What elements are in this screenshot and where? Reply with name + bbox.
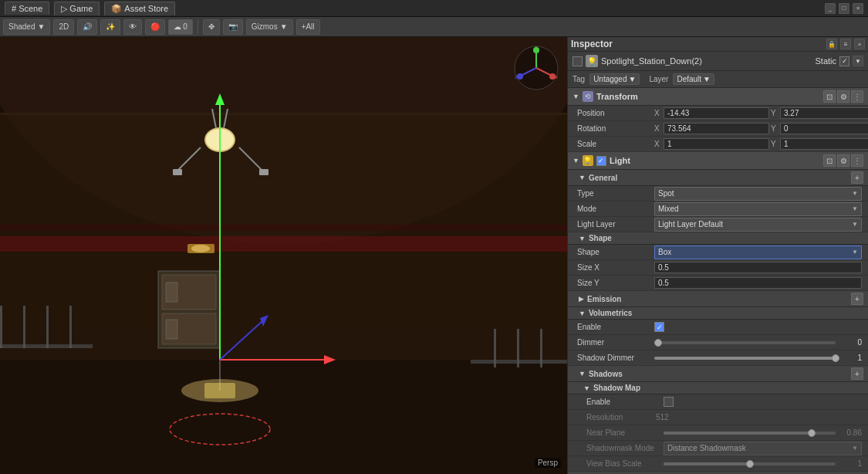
shadow-enable-checkbox[interactable] (664, 397, 674, 407)
scale-row: Scale X Y Z (568, 137, 868, 152)
svg-rect-18 (494, 329, 496, 367)
rot-y-label: Y (771, 124, 778, 133)
shape-dropdown-value: Box (658, 248, 671, 256)
viewport-toolbar: Shaded ▼ 2D 🔊 ✨ 👁 🔴 ☁ 0 ✥ 📷 Gizmos ▼ +Al… (0, 17, 868, 37)
rot-y-input[interactable] (780, 123, 868, 134)
pos-y-input[interactable] (780, 107, 868, 119)
audio-btn[interactable]: 🔊 (77, 19, 97, 35)
all-layers-btn[interactable]: +All (296, 19, 320, 35)
minimize-btn[interactable]: _ (825, 3, 836, 14)
shadows-arrow-icon: ▼ (579, 370, 586, 378)
scene-view-btn[interactable]: 👁 (123, 19, 142, 35)
transform-copy-icon[interactable]: ⊡ (823, 90, 836, 103)
view-bias-container: 1 (664, 459, 862, 468)
game-icon: ▷ (61, 4, 67, 14)
shading-dropdown[interactable]: Shaded ▼ (3, 19, 50, 35)
vol-enable-checkbox[interactable] (654, 322, 664, 332)
light-section-header[interactable]: ▼ 💡 Light ⊡ ⚙ ⋮ (568, 152, 868, 170)
object-header: 💡 Spotlight_Station_Down(2) Static ✓ ▼ (568, 52, 868, 71)
near-plane-slider[interactable] (664, 432, 836, 435)
svg-rect-6 (0, 113, 567, 115)
shadowmask-dropdown[interactable]: Distance Shadowmask ▼ (664, 442, 862, 455)
svg-rect-28 (259, 169, 269, 175)
mode-dropdown[interactable]: Mixed ▼ (654, 202, 862, 216)
light-menu-icon[interactable]: ⋮ (851, 154, 863, 167)
inspector-close-btn[interactable]: × (854, 39, 865, 49)
shadow-dimmer-slider[interactable] (654, 357, 836, 360)
camera-btn[interactable]: 📷 (223, 19, 243, 35)
transform-menu-icon[interactable]: ⋮ (851, 90, 863, 103)
light-layer-dropdown[interactable]: Light Layer Default ▼ (654, 218, 862, 232)
svg-text:X: X (555, 75, 558, 80)
2d-toggle[interactable]: 2D (53, 19, 74, 35)
volumetrics-section-header[interactable]: ▼ Volumetrics (568, 307, 868, 320)
object-active-checkbox[interactable] (572, 56, 583, 66)
tab-asset-store[interactable]: 📦 Asset Store (104, 2, 175, 15)
type-label: Type (577, 189, 654, 198)
object-icon: 💡 (586, 55, 598, 67)
general-section-header[interactable]: ▼ General + (568, 170, 868, 186)
svg-point-49 (517, 73, 523, 80)
rot-x-input[interactable] (664, 123, 769, 134)
vol-enable-row: Enable (568, 320, 868, 335)
tab-scene[interactable]: # Scene (5, 2, 49, 15)
dimmer-slider[interactable] (654, 341, 836, 344)
general-add-icon[interactable]: + (851, 171, 863, 184)
shadows-add-icon[interactable]: + (851, 367, 863, 380)
scale-x-input[interactable] (664, 138, 769, 150)
view-bias-slider[interactable] (664, 462, 836, 466)
size-x-input[interactable] (654, 262, 862, 273)
dimmer-label: Dimmer (577, 338, 654, 347)
transform-section-header[interactable]: ▼ ⟲ Transform ⊡ ⚙ ⋮ (568, 88, 868, 106)
emission-add-icon[interactable]: + (851, 293, 863, 305)
layer-value: Default (677, 75, 701, 83)
inspector-menu-icon[interactable]: ≡ (840, 39, 851, 49)
size-x-value (654, 262, 862, 273)
dimmer-row: Dimmer 0 (568, 335, 868, 350)
static-dropdown-icon[interactable]: ▼ (853, 56, 863, 66)
scale-y-input[interactable] (780, 138, 868, 150)
render-doc-btn[interactable]: 🔴 (145, 19, 165, 35)
mode-dropdown-value: Mixed (658, 205, 679, 213)
inspector-panel: Inspector 🔒 ≡ × 💡 Spotlight_Station_Down… (567, 37, 868, 474)
pos-x-input[interactable] (664, 107, 769, 119)
scale-x-label: X (654, 140, 662, 148)
close-btn[interactable]: × (853, 3, 863, 14)
inspector-title: Inspector (571, 39, 823, 49)
light-enable-checkbox[interactable] (596, 156, 606, 166)
shadows-section-header[interactable]: ▼ Shadows + (568, 366, 868, 382)
object-name[interactable]: Spotlight_Station_Down(2) (601, 56, 812, 66)
scene-gizmo[interactable]: Y X Z (513, 45, 559, 91)
fx-btn[interactable]: ✨ (100, 19, 120, 35)
maximize-btn[interactable]: □ (839, 3, 849, 14)
chevron-down-icon: ▼ (37, 22, 45, 31)
shape-section-header[interactable]: ▼ Shape (568, 232, 868, 245)
position-label: Position (577, 109, 654, 117)
light-settings-icon[interactable]: ⚙ (837, 154, 849, 167)
svg-rect-31 (204, 383, 235, 398)
tab-game[interactable]: ▷ Game (54, 2, 100, 15)
svg-point-40 (191, 245, 210, 252)
viewport[interactable]: Y X Z Persp (0, 37, 567, 474)
shape-dropdown[interactable]: Box ▼ (654, 245, 862, 259)
type-dropdown[interactable]: Spot ▼ (654, 187, 862, 201)
transform-settings-icon[interactable]: ⚙ (837, 90, 849, 103)
static-checkbox[interactable]: ✓ (839, 56, 849, 66)
light-copy-icon[interactable]: ⊡ (823, 154, 836, 167)
shadow-map-header[interactable]: ▼ Shadow Map (568, 382, 868, 394)
gizmos-dropdown[interactable]: Gizmos ▼ (246, 19, 293, 35)
near-plane-label: Near Plane (586, 428, 664, 437)
layer-dropdown[interactable]: Default ▼ (673, 73, 714, 85)
emission-section-header[interactable]: ▶ Emission + (568, 291, 868, 307)
inspector-lock-icon[interactable]: 🔒 (826, 39, 837, 49)
inspector-header: Inspector 🔒 ≡ × (568, 37, 868, 52)
move-tool[interactable]: ✥ (203, 19, 220, 35)
tag-dropdown[interactable]: Untagged ▼ (589, 73, 640, 85)
resolution-value: 512 (656, 413, 669, 422)
hidden-btn[interactable]: ☁ 0 (168, 19, 193, 35)
2d-label: 2D (59, 22, 69, 31)
shadowmask-value: Distance Shadowmask ▼ (664, 442, 862, 455)
scene-background-svg (0, 37, 567, 474)
svg-rect-16 (69, 306, 72, 348)
size-y-input[interactable] (654, 277, 862, 289)
